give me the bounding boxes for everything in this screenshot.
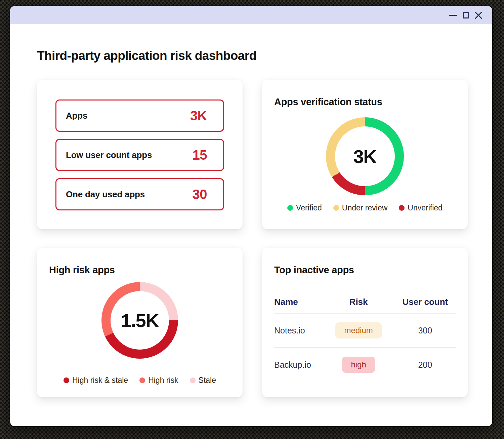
close-button[interactable] [472,9,485,22]
app-window: Third-party application risk dashboard A… [10,6,492,426]
donut-total: 3K [353,146,377,167]
legend-dot-under-review [333,205,339,211]
legend-item-high-risk-stale: High risk & stale [64,376,128,385]
column-header-name: Name [274,297,322,307]
legend-dot-high-risk-stale [64,377,69,383]
legend-item-high-risk: High risk [139,376,178,385]
donut-center: 3K [335,126,395,186]
window-titlebar [10,6,492,24]
legend-item-verified: Verified [287,203,322,212]
stat-label: One day used apps [66,189,145,200]
legend-item-stale: Stale [190,376,216,385]
desktop-background: Third-party application risk dashboard A… [0,0,504,439]
dashboard-content: Third-party application risk dashboard A… [10,24,492,397]
card-title: High risk apps [49,264,230,276]
stat-label: Apps [66,111,87,121]
donut-center: 1.5K [111,291,169,350]
verification-donut-chart: 3K [326,117,404,195]
donut-total: 1.5K [121,310,159,331]
column-header-risk: Risk [322,297,394,307]
legend-dot-stale [190,377,196,383]
stat-label: Low user count apps [66,150,152,160]
stat-box-one-day-used-apps: One day used apps 30 [55,178,224,210]
high-risk-legend: High risk & stale High risk Stale [49,376,230,385]
user-count: 300 [395,326,456,335]
risk-badge: high [342,357,375,373]
legend-dot-verified [287,205,293,211]
table-header-row: Name Risk User count [274,297,456,313]
card-title: Top inactive apps [274,264,456,276]
maximize-icon [463,12,469,18]
card-grid: Apps 3K Low user count apps 15 One day u… [37,80,468,397]
legend-dot-unverified [399,205,405,211]
legend-item-under-review: Under review [333,203,388,212]
legend-dot-high-risk [139,377,145,383]
stat-value: 30 [193,187,207,202]
app-name: Backup.io [274,360,322,370]
legend-label: Verified [296,203,322,212]
app-stats-card: Apps 3K Low user count apps 15 One day u… [37,80,243,229]
legend-label: Under review [342,203,388,212]
high-risk-apps-card: High risk apps 1.5K High risk & stale [37,248,243,397]
risk-badge: medium [335,322,381,338]
high-risk-donut-chart: 1.5K [101,282,178,359]
column-header-user-count: User count [395,297,456,307]
stat-value: 3K [190,108,207,123]
maximize-button[interactable] [459,9,472,22]
top-inactive-apps-card: Top inactive apps Name Risk User count N… [262,248,468,397]
legend-label: Unverified [408,203,443,212]
page-title: Third-party application risk dashboard [37,49,468,63]
legend-label: Stale [199,376,216,385]
legend-label: High risk [148,376,178,385]
stat-value: 15 [193,148,207,163]
minimize-icon [449,15,457,16]
legend-item-unverified: Unverified [399,203,443,212]
verification-legend: Verified Under review Unverified [274,203,456,212]
user-count: 200 [395,360,456,370]
minimize-button[interactable] [447,9,459,22]
inactive-apps-table: Name Risk User count Notes.io medium 300 [274,297,456,382]
verification-status-card: Apps verification status 3K Verified [262,80,468,229]
stat-box-low-user-count-apps: Low user count apps 15 [55,139,224,171]
table-row: Notes.io medium 300 [274,313,456,347]
app-name: Notes.io [274,326,322,335]
close-icon [474,11,482,19]
stat-box-apps: Apps 3K [55,99,224,132]
table-row: Backup.io high 200 [274,347,456,382]
legend-label: High risk & stale [72,376,128,385]
card-title: Apps verification status [274,96,456,108]
